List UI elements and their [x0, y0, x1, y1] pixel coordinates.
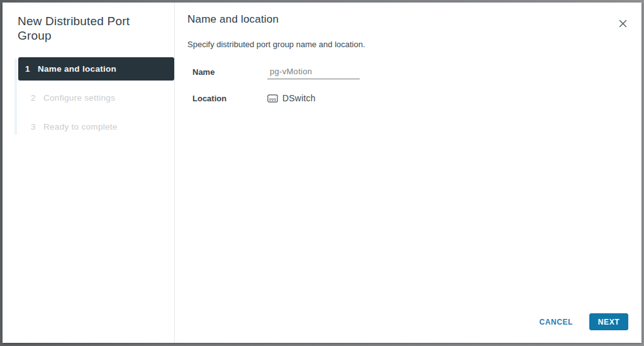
step-number: 1	[25, 64, 34, 74]
cancel-button[interactable]: CANCEL	[538, 315, 574, 329]
page-title: Name and location	[187, 13, 629, 26]
wizard-footer: CANCEL NEXT	[538, 313, 628, 330]
step-description: Specify distributed port group name and …	[187, 40, 629, 49]
wizard-content-pane: Name and location Specify distributed po…	[174, 3, 641, 343]
step-label: Ready to complete	[43, 122, 118, 131]
port-group-name-input[interactable]	[267, 65, 360, 79]
close-button[interactable]	[617, 18, 628, 29]
step-name-and-location[interactable]: 1 Name and location	[18, 57, 174, 81]
new-distributed-port-group-dialog: New Distributed Port Group 1 Name and lo…	[3, 3, 641, 343]
dialog-title: New Distributed Port Group	[3, 3, 174, 43]
wizard-step-list: 1 Name and location 2 Configure settings…	[3, 57, 174, 138]
next-button[interactable]: NEXT	[589, 313, 628, 330]
step-ready-to-complete[interactable]: 3 Ready to complete	[18, 115, 174, 138]
step-number: 3	[31, 122, 40, 131]
location-value: DSwitch	[267, 93, 316, 103]
location-switch-name: DSwitch	[282, 93, 316, 103]
step-label: Name and location	[38, 64, 116, 74]
name-label: Name	[192, 67, 267, 77]
name-row: Name	[192, 65, 629, 79]
step-number: 2	[31, 93, 40, 103]
step-configure-settings[interactable]: 2 Configure settings	[18, 86, 174, 109]
location-label: Location	[192, 94, 267, 103]
location-row: Location DSwitch	[192, 93, 629, 103]
wizard-sidebar: New Distributed Port Group 1 Name and lo…	[3, 3, 174, 343]
name-location-form: Name Location DSwitch	[187, 65, 629, 103]
dswitch-icon	[267, 94, 278, 103]
close-icon	[619, 20, 627, 28]
step-label: Configure settings	[43, 93, 115, 103]
